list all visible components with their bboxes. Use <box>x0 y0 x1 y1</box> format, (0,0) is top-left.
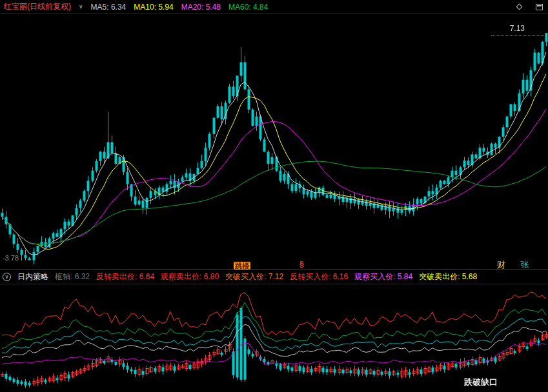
ma20-label: MA20: 5.48 <box>181 3 221 12</box>
last-price-dotted-line <box>491 35 547 35</box>
ticker-char-cai: 财 <box>497 260 505 270</box>
watch-sell-price-label: 观察卖出价: 6.80 <box>161 271 219 282</box>
section-mark: § <box>299 260 304 269</box>
sub-corner-text: 跌破缺口 <box>464 377 498 388</box>
ma5-label: MA5: 6.34 <box>91 3 127 12</box>
ticker-char-zhang: 张 <box>520 260 529 270</box>
breakout-buy-price-label: 突破买入价: 7.12 <box>225 271 283 282</box>
ma60-label: MA60: 4.84 <box>228 3 268 12</box>
min-price-label: -3.78 <box>3 254 19 262</box>
panel-collapse-icon[interactable]: ∨ <box>3 273 11 281</box>
panel-title[interactable]: 日内策略 <box>17 271 48 282</box>
flag-diamond-icon[interactable] <box>516 4 523 10</box>
trading-app: 红宝丽(日线前复权) ∨ MA5: 6.34 MA10: 5.94 MA20: … <box>0 0 548 392</box>
reversal-buy-price-label: 反转买入价: 6.16 <box>290 271 348 282</box>
last-price-label: 7.13 <box>510 24 525 33</box>
topbar: 红宝丽(日线前复权) ∨ MA5: 6.34 MA10: 5.94 MA20: … <box>0 0 548 14</box>
main-chart: 7.13 -3.78 跳楼 § 财 张 <box>0 14 548 270</box>
breakout-sell-price-label: 突破卖出价: 5.68 <box>419 271 477 282</box>
main-chart-canvas[interactable] <box>0 14 548 270</box>
title-chevron-down-icon[interactable]: ∨ <box>79 4 83 10</box>
watch-buy-price-label: 观察买入价: 5.84 <box>354 271 412 282</box>
stock-title[interactable]: 红宝丽(日线前复权) <box>4 1 71 12</box>
panel-header: ∨ 日内策略 枢轴: 6.32 反转卖出价: 6.64 观察卖出价: 6.80 … <box>0 270 548 284</box>
ma10-label: MA10: 5.94 <box>134 3 173 12</box>
signal-badge: 跳楼 <box>234 262 250 270</box>
window-restore-icon[interactable] <box>536 4 543 10</box>
reversal-sell-price-label: 反转卖出价: 6.64 <box>96 271 154 282</box>
pivot-label: 枢轴: 6.32 <box>55 271 90 282</box>
sub-chart: 跌破缺口 <box>0 284 548 392</box>
sub-chart-canvas[interactable] <box>0 284 548 392</box>
